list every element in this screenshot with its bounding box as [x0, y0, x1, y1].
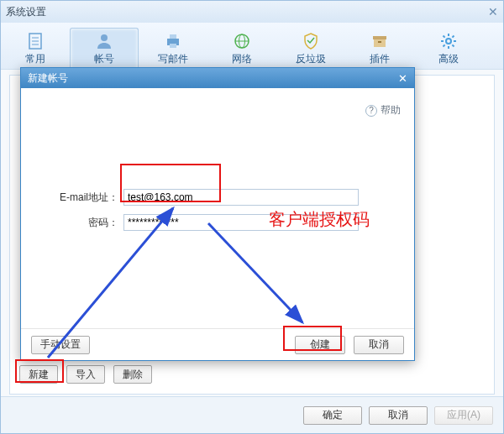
- create-button[interactable]: 创建: [295, 336, 345, 354]
- tab-compose[interactable]: 写邮件: [139, 28, 207, 70]
- printer-icon: [164, 32, 182, 50]
- tab-plugins[interactable]: 插件: [345, 28, 414, 70]
- svg-point-4: [101, 34, 108, 41]
- dialog-title: 新建帐号: [28, 71, 68, 86]
- manual-setup-button[interactable]: 手动设置: [31, 336, 90, 354]
- help-icon: ?: [365, 105, 377, 117]
- svg-line-20: [452, 44, 454, 46]
- globe-icon: [233, 32, 251, 50]
- tab-network[interactable]: 网络: [207, 28, 276, 70]
- close-icon[interactable]: ✕: [398, 72, 407, 85]
- svg-rect-13: [378, 41, 381, 43]
- email-field[interactable]: [123, 189, 359, 206]
- gear-icon: [439, 32, 458, 50]
- svg-line-21: [452, 35, 454, 37]
- ok-button[interactable]: 确定: [303, 406, 362, 425]
- new-button[interactable]: 新建: [19, 365, 58, 384]
- tab-common[interactable]: 常用: [1, 28, 70, 70]
- tab-label: 反垃圾: [296, 52, 326, 66]
- tab-label: 帐号: [94, 52, 114, 66]
- annotation-text: 客户端授权码: [269, 208, 370, 231]
- svg-line-19: [444, 35, 445, 37]
- toolbar: 常用 帐号 写邮件 网络 反垃圾 插件 高级: [1, 23, 503, 70]
- account-action-bar: 新建 导入 删除: [19, 365, 152, 384]
- email-row: E-mail地址：: [55, 189, 414, 206]
- close-icon[interactable]: ✕: [488, 5, 498, 18]
- tab-label: 写邮件: [158, 52, 188, 66]
- footer: 确定 取消 应用(A): [1, 396, 503, 433]
- help-link[interactable]: ? 帮助: [365, 103, 401, 118]
- tab-advanced[interactable]: 高级: [414, 28, 483, 70]
- help-label: 帮助: [381, 103, 401, 118]
- archive-icon: [370, 32, 389, 50]
- delete-button[interactable]: 删除: [113, 365, 152, 384]
- import-button[interactable]: 导入: [66, 365, 105, 384]
- tab-account[interactable]: 帐号: [70, 28, 139, 70]
- tab-label: 高级: [438, 52, 459, 66]
- apply-button: 应用(A): [434, 406, 493, 425]
- tab-label: 网络: [232, 52, 252, 66]
- window-title: 系统设置: [6, 5, 46, 19]
- tab-antispam[interactable]: 反垃圾: [276, 28, 345, 70]
- svg-rect-6: [170, 34, 176, 39]
- dialog-footer: 手动设置 创建 取消: [21, 328, 414, 360]
- svg-rect-12: [374, 39, 386, 47]
- window-titlebar: 系统设置 ✕: [1, 1, 503, 23]
- tab-label: 插件: [370, 52, 390, 66]
- password-label: 密码：: [55, 216, 118, 230]
- cancel-button[interactable]: 取消: [369, 406, 428, 425]
- svg-rect-7: [170, 44, 176, 48]
- svg-line-22: [444, 44, 445, 46]
- email-label: E-mail地址：: [55, 191, 118, 205]
- user-icon: [95, 32, 113, 50]
- shield-icon: [302, 32, 320, 50]
- dialog-titlebar: 新建帐号 ✕: [21, 68, 414, 88]
- svg-point-14: [446, 39, 451, 44]
- cancel-button[interactable]: 取消: [354, 336, 404, 354]
- svg-rect-11: [373, 36, 386, 39]
- page-icon: [26, 32, 45, 50]
- tab-label: 常用: [25, 52, 45, 66]
